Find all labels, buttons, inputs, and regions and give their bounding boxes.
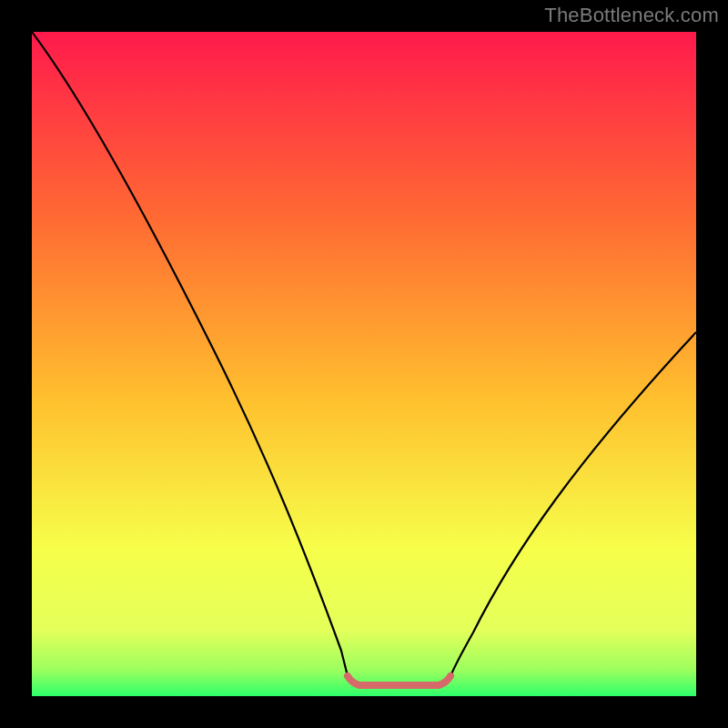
floor-bracket [348, 676, 450, 685]
plot-area [32, 32, 696, 696]
chart-frame: TheBottleneck.com [0, 0, 728, 728]
curve-right-branch [450, 332, 696, 676]
plot-curves [32, 32, 696, 696]
svg-point-6 [422, 682, 428, 688]
svg-point-2 [379, 682, 384, 688]
svg-point-5 [411, 682, 417, 688]
watermark-text: TheBottleneck.com [544, 4, 719, 27]
svg-point-4 [400, 682, 406, 688]
curve-left-branch [32, 32, 348, 676]
svg-point-3 [389, 682, 395, 688]
svg-point-1 [368, 682, 373, 688]
